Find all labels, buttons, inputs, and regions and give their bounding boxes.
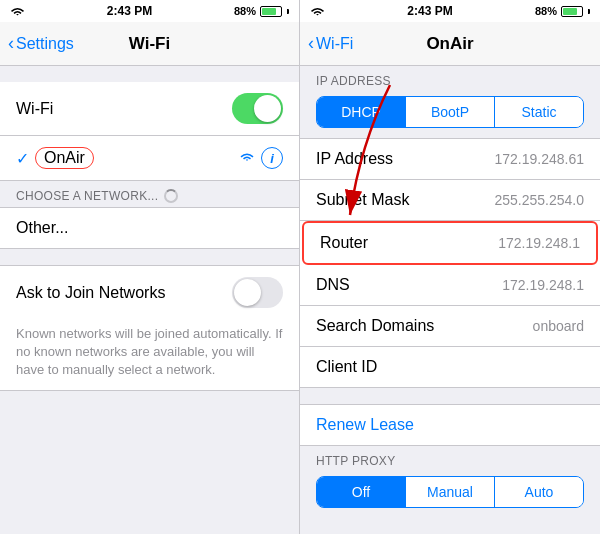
- battery-percent-right: 88%: [535, 5, 557, 17]
- other-network-item[interactable]: Other...: [0, 207, 299, 249]
- back-button-right[interactable]: ‹ Wi-Fi: [308, 33, 353, 54]
- nav-title-left: Wi-Fi: [129, 34, 170, 54]
- status-right-left: 88%: [234, 5, 289, 17]
- search-domains-value: onboard: [533, 318, 584, 334]
- subnet-mask-label: Subnet Mask: [316, 191, 409, 209]
- ask-toggle-knob: [234, 279, 261, 306]
- dhcp-segmented-control[interactable]: DHCP BootP Static: [316, 96, 584, 128]
- ip-address-header: IP ADDRESS: [300, 66, 600, 92]
- dns-value: 172.19.248.1: [502, 277, 584, 293]
- ask-description: Known networks will be joined automatica…: [0, 319, 299, 390]
- ip-address-row: IP Address 172.19.248.61: [300, 139, 600, 180]
- wifi-signal-icon: [239, 151, 255, 163]
- wifi-status-icon-right: [310, 6, 325, 17]
- left-panel: 2:43 PM 88% ‹ Settings Wi-Fi Wi-Fi ✓: [0, 0, 300, 534]
- back-label-left[interactable]: Settings: [16, 35, 74, 53]
- wifi-settings-list: Wi-Fi: [0, 82, 299, 136]
- right-scroll-content[interactable]: IP ADDRESS DHCP BootP Static IP Address …: [300, 66, 600, 534]
- subnet-mask-value: 255.255.254.0: [494, 192, 584, 208]
- subnet-mask-row: Subnet Mask 255.255.254.0: [300, 180, 600, 221]
- checkmark-icon: ✓: [16, 149, 29, 168]
- onair-item[interactable]: ✓ OnAir i: [0, 136, 299, 181]
- dns-label: DNS: [316, 276, 350, 294]
- right-panel: 2:43 PM 88% ‹ Wi-Fi OnAir IP ADDRESS DHC…: [300, 0, 600, 534]
- ask-section: Ask to Join Networks Known networks will…: [0, 265, 299, 391]
- proxy-seg-auto[interactable]: Auto: [495, 477, 583, 507]
- nav-bar-right: ‹ Wi-Fi OnAir: [300, 22, 600, 66]
- router-value: 172.19.248.1: [498, 235, 580, 251]
- proxy-seg-off[interactable]: Off: [317, 477, 405, 507]
- status-right-right: 88%: [535, 5, 590, 17]
- router-row: Router 172.19.248.1: [302, 221, 598, 265]
- http-proxy-header: HTTP PROXY: [300, 446, 600, 472]
- renew-section: Renew Lease: [300, 404, 600, 446]
- wifi-item[interactable]: Wi-Fi: [0, 82, 299, 136]
- ask-toggle[interactable]: [232, 277, 283, 308]
- proxy-segmented-control[interactable]: Off Manual Auto: [316, 476, 584, 508]
- battery-tip-right: [588, 9, 590, 14]
- onair-left: ✓ OnAir: [16, 147, 94, 169]
- status-bar-right: 2:43 PM 88%: [300, 0, 600, 22]
- ip-address-label: IP Address: [316, 150, 393, 168]
- battery-icon-right: [561, 6, 583, 17]
- other-network-label: Other...: [16, 219, 68, 236]
- choose-network-header: CHOOSE A NETWORK...: [0, 181, 299, 207]
- seg-static[interactable]: Static: [495, 97, 583, 127]
- battery-tip-left: [287, 9, 289, 14]
- client-id-label: Client ID: [316, 358, 377, 376]
- toggle-knob: [254, 95, 281, 122]
- battery-icon-left: [260, 6, 282, 17]
- status-bar-left: 2:43 PM 88%: [0, 0, 299, 22]
- seg-dhcp[interactable]: DHCP: [317, 97, 405, 127]
- choose-network-label: CHOOSE A NETWORK...: [16, 189, 158, 203]
- status-left-left: [10, 6, 25, 17]
- ask-label: Ask to Join Networks: [16, 284, 165, 302]
- onair-right: i: [239, 147, 283, 169]
- seg-bootp[interactable]: BootP: [406, 97, 494, 127]
- ip-address-value: 172.19.248.61: [494, 151, 584, 167]
- nav-title-right: OnAir: [426, 34, 473, 54]
- onair-label-wrap: OnAir: [35, 147, 94, 169]
- status-left-right: [310, 6, 325, 17]
- status-time-right: 2:43 PM: [407, 4, 452, 18]
- wifi-status-icon: [10, 6, 25, 17]
- wifi-toggle[interactable]: [232, 93, 283, 124]
- back-label-right[interactable]: Wi-Fi: [316, 35, 353, 53]
- spinner-icon: [164, 189, 178, 203]
- router-row-container: Router 172.19.248.1: [300, 221, 600, 265]
- proxy-seg-manual[interactable]: Manual: [406, 477, 494, 507]
- search-domains-row: Search Domains onboard: [300, 306, 600, 347]
- network-detail-list: IP Address 172.19.248.61 Subnet Mask 255…: [300, 138, 600, 388]
- onair-label: OnAir: [44, 149, 85, 166]
- nav-bar-left: ‹ Settings Wi-Fi: [0, 22, 299, 66]
- router-label: Router: [320, 234, 368, 252]
- renew-lease-button[interactable]: Renew Lease: [300, 405, 600, 445]
- search-domains-label: Search Domains: [316, 317, 434, 335]
- onair-wifi-icon: [239, 150, 255, 166]
- battery-percent-left: 88%: [234, 5, 256, 17]
- wifi-label: Wi-Fi: [16, 100, 53, 118]
- dns-row: DNS 172.19.248.1: [300, 265, 600, 306]
- back-button-left[interactable]: ‹ Settings: [8, 33, 74, 54]
- ask-item[interactable]: Ask to Join Networks: [0, 266, 299, 319]
- status-time-left: 2:43 PM: [107, 4, 152, 18]
- client-id-row: Client ID: [300, 347, 600, 388]
- info-button[interactable]: i: [261, 147, 283, 169]
